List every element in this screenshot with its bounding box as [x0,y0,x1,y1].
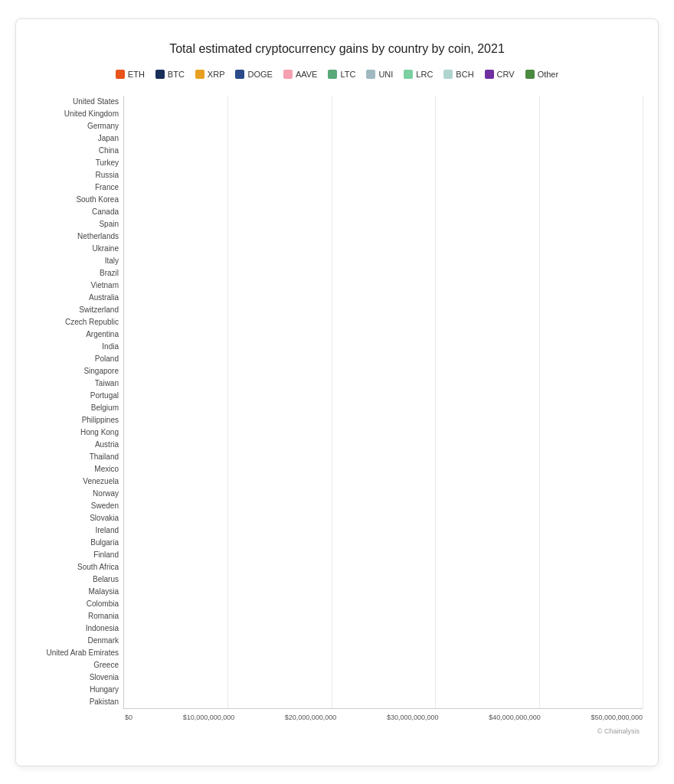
bar-row [124,647,643,659]
y-axis-label: Slovenia [90,671,123,684]
y-axis-label: Denmark [87,635,123,647]
y-axis-label: Sweden [91,500,123,512]
legend-item-aave: AAVE [283,70,318,79]
y-axis-label: Pakistan [90,696,123,708]
y-axis-label: Poland [95,353,123,365]
y-axis-label: Germany [87,120,123,132]
bar-row [124,500,643,512]
y-axis-label: Belgium [91,402,123,414]
y-axis-label: Malaysia [89,586,123,598]
bar-row [124,439,643,451]
bar-row [124,610,643,622]
y-axis-label: United Arab Emirates [47,647,124,659]
bar-row [124,96,643,108]
y-axis-label: Turkey [96,157,123,169]
y-axis-label: Ukraine [93,243,123,255]
bar-row [124,243,643,255]
bar-row [124,230,643,243]
y-axis-label: Brazil [100,267,123,279]
y-axis-label: Romania [88,610,123,622]
y-axis-label: Bulgaria [90,537,123,549]
legend-item-xrp: XRP [195,70,225,79]
bar-row [124,132,643,145]
y-axis-label: Italy [105,255,123,267]
y-axis-label: India [102,341,123,353]
bar-row [124,255,643,267]
bar-row [124,145,643,157]
bar-row [124,451,643,463]
legend-swatch [404,70,413,79]
bar-row [124,549,643,561]
bar-row [124,684,643,696]
legend-item-btc: BTC [155,70,185,79]
grid-line [643,96,643,708]
attribution: © Chainalysis [31,727,640,735]
legend-item-bch: BCH [443,70,473,79]
legend-swatch [195,70,204,79]
x-axis-label: $20,000,000,000 [285,714,337,721]
y-axis-label: Argentina [86,328,123,341]
bar-row [124,402,643,414]
chart-container: Total estimated cryptocurrency gains by … [15,18,659,766]
legend-item-uni: UNI [366,70,393,79]
y-axis-label: Singapore [83,365,123,377]
bar-row [124,414,643,426]
bar-row [124,463,643,475]
bar-row [124,475,643,488]
bar-row [124,169,643,181]
y-axis-label: Mexico [94,463,123,475]
y-axis-label: Austria [95,439,123,451]
y-axis-label: Czech Republic [65,316,123,328]
y-axis-label: Spain [99,218,123,230]
bar-row [124,341,643,353]
bar-row [124,598,643,610]
y-axis-label: United Kingdom [64,108,123,120]
legend-swatch [485,70,494,79]
y-axis-label: Colombia [87,598,123,610]
y-axis-label: Hungary [90,684,123,696]
legend-swatch [235,70,244,79]
y-axis-label: South Africa [77,561,123,573]
legend-item-doge: DOGE [235,70,272,79]
y-axis-label: Japan [98,132,123,145]
y-axis-label: Slovakia [90,512,123,524]
y-axis-label: Canada [92,206,123,218]
legend-item-crv: CRV [485,70,515,79]
legend-swatch [328,70,337,79]
bar-row [124,426,643,439]
y-axis-label: Portugal [90,390,123,402]
bar-row [124,120,643,132]
bar-row [124,194,643,206]
y-axis-label: Ireland [95,524,123,537]
y-axis-label: Switzerland [79,304,123,316]
bar-row [124,328,643,341]
legend: ETHBTCXRPDOGEAAVELTCUNILRCBCHCRVOther [31,70,643,79]
legend-swatch [155,70,165,79]
y-axis-label: United States [73,96,123,108]
legend-item-other: Other [525,70,559,79]
bar-row [124,586,643,598]
y-axis-label: Russia [95,169,123,181]
bar-row [124,365,643,377]
chart-area: United StatesUnited KingdomGermanyJapanC… [31,96,643,721]
y-axis-label: Norway [93,488,123,500]
bar-row [124,635,643,647]
bar-row [124,304,643,316]
bar-row [124,696,643,708]
legend-item-lrc: LRC [404,70,433,79]
bar-row [124,353,643,365]
bar-row [124,512,643,524]
bar-row [124,524,643,537]
bar-row [124,218,643,230]
y-axis-label: Vietnam [90,279,123,292]
bar-row [124,488,643,500]
legend-swatch [283,70,293,79]
bar-row [124,279,643,292]
bar-row [124,573,643,586]
bar-row [124,292,643,304]
x-axis-label: $10,000,000,000 [183,714,235,721]
bar-row [124,390,643,402]
x-axis-label: $30,000,000,000 [387,714,439,721]
x-axis-label: $50,000,000,000 [591,714,643,721]
bar-row [124,622,643,635]
